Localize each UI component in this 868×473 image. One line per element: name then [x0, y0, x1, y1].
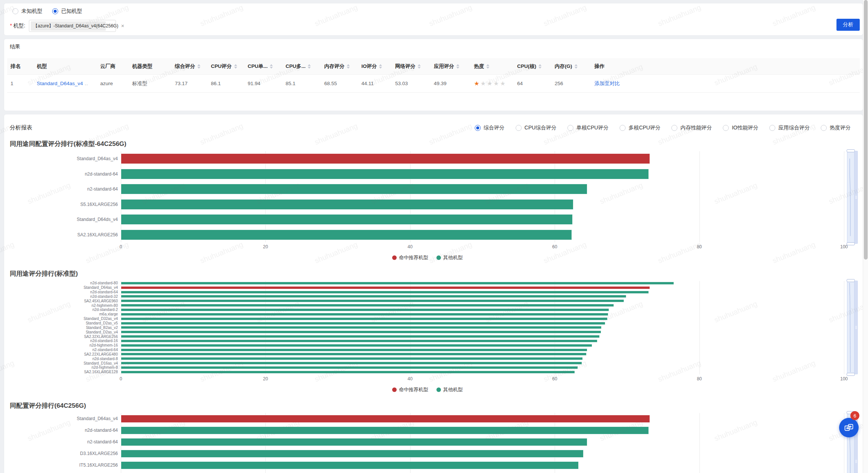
other-bar[interactable] — [121, 438, 587, 446]
report-radio-5[interactable]: 内存性能评分 — [671, 125, 712, 131]
column-header-label: 网络评分 — [395, 63, 415, 70]
report-radio-1[interactable]: 综合评分 — [475, 125, 505, 131]
report-radio-6[interactable]: IO性能评分 — [723, 125, 758, 131]
analyze-button[interactable]: 分析 — [836, 19, 860, 31]
data-zoom-handle-bottom[interactable] — [847, 242, 855, 245]
radio-known-model[interactable]: 已知机型 — [52, 8, 82, 15]
other-bar[interactable] — [121, 426, 649, 434]
bar-track — [121, 448, 844, 459]
other-bar[interactable] — [121, 450, 584, 458]
compare-float-button[interactable] — [839, 418, 859, 437]
bar-row: n2d-standard-64 — [7, 290, 860, 294]
report-radio-4[interactable]: 多核CPU评分 — [620, 125, 661, 131]
hit-bar[interactable] — [121, 286, 650, 289]
data-zoom-handle-top[interactable] — [847, 279, 855, 282]
add-to-compare-link[interactable]: 添加至对比 — [594, 80, 620, 87]
sort-icon[interactable] — [234, 64, 237, 69]
sort-icon[interactable] — [456, 64, 459, 69]
table-cell-9: 68.55 — [321, 75, 358, 92]
legend-item[interactable]: 命中推荐机型 — [392, 386, 428, 393]
data-zoom-shadow — [847, 151, 854, 244]
sort-icon[interactable] — [486, 64, 489, 69]
other-bar[interactable] — [121, 184, 587, 194]
report-radio-2[interactable]: CPU综合评分 — [516, 125, 557, 131]
other-bar[interactable] — [121, 304, 614, 307]
bar-track — [121, 459, 844, 471]
tag-close-icon[interactable]: ✕ — [121, 24, 124, 29]
other-bar[interactable] — [121, 282, 674, 285]
data-zoom-slider[interactable] — [847, 281, 858, 374]
chevron-down-icon: ⌄ — [108, 24, 112, 28]
sort-icon[interactable] — [418, 64, 421, 69]
sort-icon[interactable] — [347, 64, 350, 69]
report-radio-8[interactable]: 热度评分 — [821, 125, 851, 131]
x-axis-tick: 20 — [263, 376, 268, 381]
other-bar[interactable] — [121, 317, 608, 320]
sort-up-caret — [270, 64, 273, 66]
data-zoom-handle-bottom[interactable] — [847, 373, 855, 376]
sort-down-caret — [539, 67, 542, 69]
sort-icon[interactable] — [308, 64, 311, 69]
other-bar[interactable] — [121, 335, 600, 338]
other-bar[interactable] — [121, 199, 573, 210]
table-cell-8: 85.1 — [282, 75, 321, 92]
scrollbar-thumb[interactable] — [864, 0, 868, 260]
data-zoom-handle-top[interactable] — [847, 149, 855, 152]
bar-track — [121, 182, 844, 197]
other-bar[interactable] — [121, 344, 592, 347]
data-zoom-grip[interactable] — [855, 326, 857, 329]
other-bar[interactable] — [121, 330, 601, 333]
other-bar[interactable] — [121, 371, 575, 374]
column-header-7[interactable]: CPU单... — [244, 58, 282, 75]
sort-icon[interactable] — [539, 64, 542, 69]
report-radio-7[interactable]: 应用综合评分 — [769, 125, 810, 131]
sort-icon[interactable] — [575, 64, 578, 69]
other-bar[interactable] — [121, 366, 578, 369]
column-header-12[interactable]: 应用评分 — [430, 58, 471, 75]
other-bar[interactable] — [121, 461, 579, 469]
other-bar[interactable] — [121, 230, 572, 240]
column-header-10[interactable]: IO评分 — [358, 58, 392, 75]
legend-item[interactable]: 命中推荐机型 — [392, 254, 428, 261]
other-bar[interactable] — [121, 362, 582, 365]
column-header-6[interactable]: CPU评分 — [208, 58, 244, 75]
radio-unknown-model[interactable]: 未知机型 — [12, 8, 42, 15]
sort-icon[interactable] — [270, 64, 273, 69]
other-bar[interactable] — [121, 295, 626, 298]
model-select[interactable]: 【azure】-Standard_D64as_v4(64C256G) ✕ ⌄ — [29, 20, 116, 32]
other-bar[interactable] — [121, 308, 609, 311]
legend-item[interactable]: 其他机型 — [436, 386, 463, 393]
other-bar[interactable] — [121, 313, 608, 316]
column-header-8[interactable]: CPU多... — [282, 58, 321, 75]
other-bar[interactable] — [121, 357, 583, 360]
hit-bar[interactable] — [121, 153, 650, 164]
sort-icon[interactable] — [379, 64, 382, 69]
other-bar[interactable] — [121, 348, 587, 351]
other-bar[interactable] — [121, 169, 649, 179]
other-bar[interactable] — [121, 214, 573, 225]
column-header-2: 机型 — [33, 58, 97, 75]
data-zoom-grip[interactable] — [855, 460, 857, 462]
column-header-9[interactable]: 内存评分 — [321, 58, 358, 75]
legend-item[interactable]: 其他机型 — [436, 254, 463, 261]
data-zoom-slider[interactable] — [847, 151, 858, 244]
column-header-14[interactable]: CPU(核) — [514, 58, 551, 75]
other-bar[interactable] — [121, 353, 587, 356]
column-header-5[interactable]: 综合评分 — [171, 58, 208, 75]
model-link[interactable]: Standard_D64as_v4 — [37, 81, 83, 86]
other-bar[interactable] — [121, 299, 624, 302]
column-header-15[interactable]: 内存(G) — [551, 58, 591, 75]
report-radio-3[interactable]: 单核CPU评分 — [567, 125, 609, 131]
sort-icon[interactable] — [197, 64, 200, 69]
column-header-13[interactable]: 热度 — [471, 58, 514, 75]
page-scrollbar[interactable] — [863, 0, 868, 473]
other-bar[interactable] — [121, 339, 597, 342]
other-bar[interactable] — [121, 326, 602, 329]
bar-row: SA2.16XLARGE256 — [7, 227, 860, 243]
other-bar[interactable] — [121, 322, 605, 325]
data-zoom-grip[interactable] — [855, 196, 857, 199]
other-bar[interactable] — [121, 291, 649, 294]
chart-title: 同配置评分排行(64C256G) — [7, 401, 860, 410]
column-header-11[interactable]: 网络评分 — [392, 58, 430, 75]
hit-bar[interactable] — [121, 415, 650, 423]
